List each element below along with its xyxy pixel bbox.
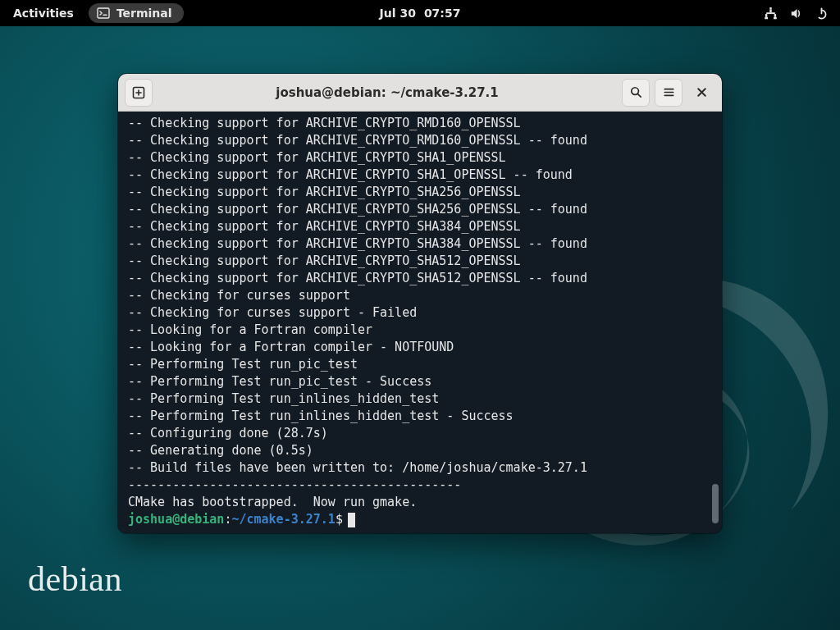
network-icon[interactable] bbox=[764, 7, 778, 21]
clock[interactable]: Jul 30 07:57 bbox=[380, 7, 461, 20]
svg-rect-1 bbox=[769, 7, 771, 8]
terminal-scrollbar[interactable] bbox=[711, 112, 719, 533]
terminal-output: -- Checking support for ARCHIVE_CRYPTO_R… bbox=[128, 115, 712, 511]
close-button[interactable] bbox=[687, 79, 715, 107]
volume-icon[interactable] bbox=[789, 7, 803, 21]
hamburger-menu-button[interactable] bbox=[655, 79, 682, 107]
window-titlebar[interactable]: joshua@debian: ~/cmake-3.27.1 bbox=[118, 74, 722, 112]
svg-rect-4 bbox=[765, 14, 767, 17]
prompt-user-host: joshua@debian bbox=[128, 511, 224, 528]
prompt-path: ~/cmake-3.27.1 bbox=[231, 511, 335, 528]
svg-rect-0 bbox=[98, 8, 109, 18]
window-title: joshua@debian: ~/cmake-3.27.1 bbox=[158, 85, 617, 100]
gnome-top-bar: Activities Terminal Jul 30 07:57 bbox=[0, 0, 840, 26]
svg-rect-6 bbox=[765, 16, 768, 18]
scrollbar-thumb[interactable] bbox=[712, 484, 719, 523]
debian-wordmark: debian bbox=[28, 559, 122, 599]
svg-rect-3 bbox=[766, 12, 775, 14]
prompt-symbol: $ bbox=[336, 511, 343, 528]
activities-button[interactable]: Activities bbox=[7, 4, 80, 22]
active-app-pill[interactable]: Terminal bbox=[89, 3, 184, 23]
svg-line-14 bbox=[637, 94, 641, 98]
terminal-prompt[interactable]: joshua@debian : ~/cmake-3.27.1 $ bbox=[128, 511, 712, 528]
terminal-icon bbox=[97, 7, 110, 20]
clock-date: Jul 30 bbox=[380, 7, 416, 20]
terminal-cursor bbox=[348, 513, 355, 527]
svg-rect-5 bbox=[774, 14, 776, 17]
terminal-window: joshua@debian: ~/cmake-3.27.1 bbox=[118, 74, 722, 533]
terminal-viewport[interactable]: -- Checking support for ARCHIVE_CRYPTO_R… bbox=[118, 112, 722, 533]
svg-rect-2 bbox=[769, 9, 771, 12]
clock-time: 07:57 bbox=[424, 7, 461, 20]
prompt-separator: : bbox=[224, 511, 231, 528]
active-app-name: Terminal bbox=[116, 7, 172, 20]
search-button[interactable] bbox=[622, 79, 650, 107]
power-icon[interactable] bbox=[815, 7, 829, 21]
new-tab-button[interactable] bbox=[125, 79, 153, 107]
svg-rect-7 bbox=[774, 16, 777, 18]
